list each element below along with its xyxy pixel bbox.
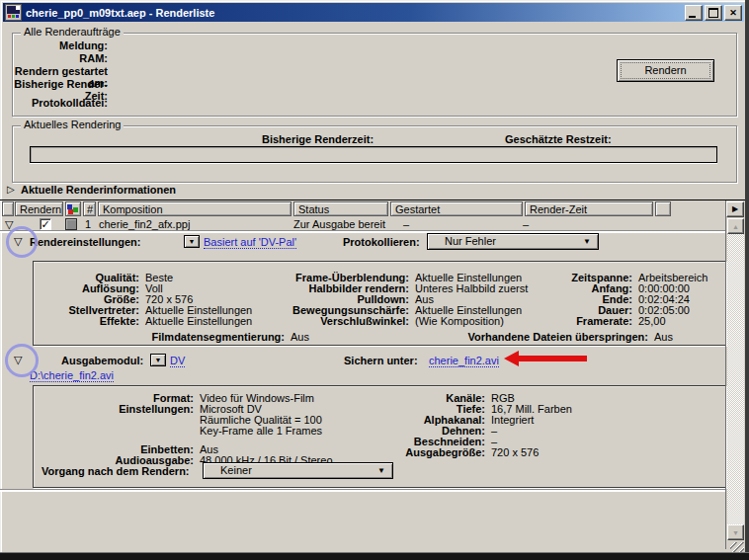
- scrollbar-track[interactable]: [727, 234, 744, 524]
- close-button[interactable]: ✕: [724, 5, 742, 21]
- save-as-link[interactable]: cherie_fin2.avi: [429, 355, 499, 367]
- app-icon: [5, 4, 22, 21]
- output-module-label: Ausgabemodul:: [61, 355, 143, 366]
- output-preset-link[interactable]: DV: [170, 355, 185, 367]
- dropdown-arrow-icon: ▼: [189, 238, 196, 245]
- header-status[interactable]: Status: [293, 201, 388, 216]
- current-render-group-label: Aktuelles Rendering: [21, 119, 124, 130]
- render-settings-label: Rendereinstellungen:: [30, 236, 140, 248]
- scroll-up-button[interactable]: ▲: [727, 218, 744, 234]
- post-render-label: Vorgang nach dem Rendern:: [42, 465, 190, 477]
- scroll-up-icon: ▲: [732, 223, 739, 230]
- elapsed-render-time-label: Bisherige Render-Zeit:: [12, 78, 108, 91]
- settings-preset-link[interactable]: Basiert auf 'DV-Pal': [204, 236, 296, 249]
- all-jobs-group-label: Alle Renderaufträge: [21, 26, 124, 38]
- panel-menu-button[interactable]: ▶: [726, 201, 744, 217]
- settings-mid-column: Frame-Überblendung:Aktuelle Einstellunge…: [285, 272, 528, 326]
- codec-settings-label: Einstellungen:: [40, 403, 200, 415]
- red-arrow-tail: [518, 356, 587, 361]
- estimated-remaining-label: Geschätzte Restzeit:: [505, 133, 612, 145]
- header-blank[interactable]: [2, 201, 14, 216]
- shutter-angle-value: (Wie Komposition): [415, 315, 504, 327]
- maximize-button[interactable]: [705, 5, 722, 21]
- section-bottom-separator: [0, 489, 725, 492]
- app-icon-blue-dot: [16, 15, 19, 18]
- scroll-down-icon: ▼: [732, 529, 739, 536]
- row-render-time: –: [523, 218, 529, 230]
- scroll-down-button[interactable]: ▼: [727, 524, 744, 540]
- render-queue-window: cherie_pp0_m09txt.aep - Renderliste ✕ Al…: [0, 0, 749, 560]
- window-frame-right: [745, 0, 749, 560]
- ram-label: RAM:: [12, 52, 108, 65]
- app-icon-spark: [16, 6, 20, 10]
- settings-preset-dropdown-button[interactable]: ▼: [184, 235, 200, 248]
- message-label: Meldung:: [12, 40, 108, 52]
- select-arrow-icon: ▼: [583, 238, 591, 246]
- window-title: cherie_pp0_m09txt.aep - Renderliste: [26, 7, 685, 19]
- header-number[interactable]: #: [83, 201, 96, 216]
- render-progress-bar: [30, 146, 717, 163]
- minimize-icon: [689, 16, 696, 18]
- film-segmenting-label: Filmdatensegmentierung:: [119, 331, 285, 343]
- output-size-value: 720 x 576: [491, 446, 539, 458]
- effects-label: Effekte:: [36, 315, 145, 327]
- dropdown-arrow-icon: ▼: [155, 357, 162, 363]
- scroll-divider: [725, 200, 726, 549]
- row-twirl-icon[interactable]: ▽: [5, 219, 13, 229]
- check-icon: ✓: [41, 218, 49, 230]
- annotation-circle-output: [5, 344, 39, 377]
- row-started: –: [403, 218, 409, 230]
- row-render-checkbox[interactable]: ✓: [40, 218, 51, 230]
- header-render[interactable]: Rendern: [15, 201, 63, 216]
- framerate-value: 25,00: [638, 315, 666, 327]
- skip-existing-value: Aus: [654, 331, 673, 343]
- titlebar[interactable]: cherie_pp0_m09txt.aep - Renderliste ✕: [3, 3, 744, 22]
- header-label-color[interactable]: [65, 201, 81, 216]
- row-separator: [0, 230, 725, 233]
- annotation-circle-settings: [6, 226, 38, 258]
- skip-existing-label: Vorhandene Dateien überspringen:: [415, 331, 648, 343]
- header-blank-end[interactable]: [655, 201, 671, 216]
- log-select[interactable]: Nur Fehler ▼: [427, 233, 599, 250]
- film-segmenting-value: Aus: [291, 331, 309, 343]
- header-started[interactable]: Gestartet: [390, 201, 523, 216]
- queue-top-line: [0, 200, 745, 200]
- shutter-angle-label: Verschlußwinkel:: [285, 315, 415, 327]
- render-info-label[interactable]: Aktuelle Renderinformationen: [21, 184, 176, 196]
- render-started-label: Rendern gestartet am:: [12, 65, 108, 78]
- settings-right-column: Zeitspanne:Arbeitsbereich Anfang:0:00:00…: [545, 272, 707, 326]
- log-select-value: Nur Fehler: [445, 235, 496, 247]
- annotation-red-arrow: [504, 351, 588, 366]
- framerate-label: Framerate:: [545, 315, 638, 327]
- render-button[interactable]: Rendern: [617, 59, 714, 82]
- label-color-icon: [67, 204, 79, 215]
- row-number: 1: [85, 218, 91, 230]
- output-preset-dropdown-button[interactable]: ▼: [150, 354, 166, 366]
- select-arrow-icon: ▼: [377, 467, 385, 475]
- post-render-value: Keiner: [220, 464, 252, 476]
- maximize-icon: [708, 8, 718, 18]
- settings-left-column: Qualität:Beste Auflösung:Voll Größe:720 …: [36, 272, 252, 326]
- app-icon-green-dot: [12, 15, 15, 18]
- output-right-column: Kanäle:RGB Tiefe:16,7 Mill. Farben Alpha…: [336, 392, 572, 457]
- codec-keyframe-value: Key-Frame alle 1 Frames: [200, 425, 322, 437]
- row-label-color-swatch[interactable]: [65, 218, 77, 230]
- app-icon-red-dot: [8, 15, 11, 18]
- effects-value: Aktuelle Einstellungen: [145, 315, 252, 327]
- save-as-label: Sichern unter:: [344, 355, 418, 366]
- output-path-link[interactable]: D:\cherie_fin2.avi: [30, 369, 114, 382]
- current-elapsed-label: Bisherige Renderzeit:: [262, 133, 374, 145]
- row-status: Zur Ausgabe bereit: [293, 218, 385, 230]
- header-composition[interactable]: Komposition: [98, 201, 291, 216]
- close-icon: ✕: [729, 8, 737, 18]
- output-left-column: Format:Video für Windows-Film Einstellun…: [40, 392, 333, 465]
- header-render-time[interactable]: Render-Zeit: [525, 201, 653, 216]
- output-size-label: Ausgabegröße:: [336, 446, 491, 458]
- post-render-select[interactable]: Keiner ▼: [203, 462, 393, 479]
- render-info-twirl-icon[interactable]: ▷: [7, 185, 15, 195]
- log-file-label: Protokolldatei:: [12, 97, 108, 110]
- minimize-button[interactable]: [685, 5, 703, 21]
- red-arrow-head: [504, 351, 519, 366]
- row-composition[interactable]: cherie_fin2_afx.ppj: [99, 218, 190, 230]
- alpha-channel-value: Integriert: [491, 414, 534, 426]
